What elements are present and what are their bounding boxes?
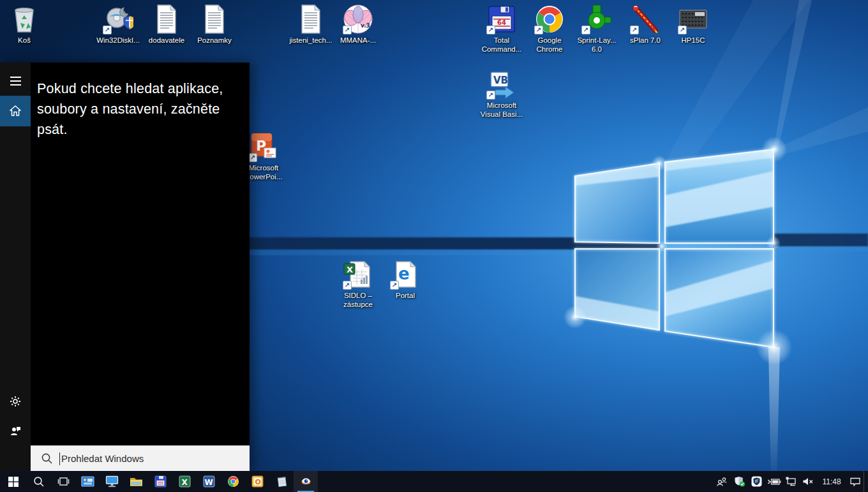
text-caret: [59, 452, 60, 465]
mmana-version-text: v.3: [361, 22, 370, 29]
desktop-icon-dodavatele[interactable]: dodavatele: [142, 4, 191, 45]
shortcut-arrow-icon: ↗: [486, 91, 495, 100]
tray-battery-icon[interactable]: [765, 471, 782, 492]
taskbar-app-this-pc[interactable]: [100, 471, 124, 492]
desktop-icon-mmana[interactable]: v.3 ↗ MMANA-...: [334, 4, 382, 45]
desktop-icon-portal[interactable]: e ↗ Portal: [381, 259, 430, 301]
taskbar-empty-area: [318, 471, 714, 492]
hamburger-icon: [10, 77, 21, 86]
task-view-button[interactable]: [51, 471, 75, 492]
show-desktop-button[interactable]: [864, 471, 868, 492]
file-explorer-icon: [130, 476, 143, 487]
tray-network-icon[interactable]: [782, 471, 800, 492]
shortcut-arrow-icon: ↗: [248, 153, 257, 162]
recycle-bin-icon: [9, 4, 40, 34]
desktop-icon-jisteni-tech[interactable]: jisteni_tech...: [287, 4, 335, 45]
menu-button[interactable]: [0, 66, 31, 96]
windows-logo-icon: [8, 477, 19, 487]
start-button[interactable]: [0, 471, 27, 492]
desktop-icon-google-chrome[interactable]: ↗ Google Chrome: [525, 4, 574, 54]
this-pc-icon: [105, 475, 119, 488]
eye-app-icon: [300, 475, 312, 488]
desktop-icon-visual-basic[interactable]: VB ↗ Microsoft Visual Basi...: [477, 69, 526, 119]
desktop-icon-label: Portal: [396, 292, 415, 301]
desktop-icon-win32diskimager[interactable]: ↗ Win32DiskI...: [94, 4, 142, 45]
settings-button[interactable]: [0, 387, 31, 416]
desktop-icon-label: Sprint-Lay... 6.0: [572, 36, 621, 54]
shortcut-arrow-icon: ↗: [103, 26, 112, 34]
svg-text:X: X: [181, 478, 188, 487]
taskbar-app-chrome[interactable]: [221, 471, 245, 492]
desktop-icon-label: MMANA-...: [340, 36, 376, 45]
tray-people-icon[interactable]: [714, 471, 731, 492]
notepad-icon: [276, 475, 288, 488]
search-panel: Pokud chcete hledat aplikace, soubory a …: [0, 63, 250, 471]
desktop: Koš ↗ Win32DiskI... dodavatele: [0, 0, 868, 492]
shortcut-arrow-icon: ↗: [678, 26, 687, 34]
desktop-icon-label: Poznamky: [197, 36, 232, 45]
desktop-icon-label: dodavatele: [149, 36, 184, 45]
taskbar-app-notepad[interactable]: [269, 471, 294, 492]
taskbar: X W O: [0, 471, 868, 492]
taskbar-app-outlook[interactable]: O: [245, 471, 269, 492]
taskbar-app-display-settings[interactable]: [75, 471, 100, 492]
desktop-icon-label: SIDLO – zástupce: [334, 292, 382, 309]
desktop-icon-label: Win32DiskI...: [96, 36, 140, 45]
desktop-icon-label: Microsoft Visual Basi...: [477, 101, 526, 119]
action-center-icon: [849, 477, 861, 487]
tray-defender-icon[interactable]: [731, 471, 748, 492]
desktop-icon-hp15c[interactable]: ↗ HP15C: [669, 4, 717, 45]
desktop-icon-label: Koš: [18, 36, 31, 45]
vb-letters-text: VB: [493, 75, 508, 86]
search-hint-text: Pokud chcete hledat aplikace, soubory a …: [37, 78, 241, 140]
shortcut-arrow-icon: ↗: [343, 281, 352, 290]
svg-text:O: O: [255, 478, 260, 486]
feedback-person-icon: [9, 424, 22, 437]
search-box[interactable]: [31, 445, 250, 471]
home-button[interactable]: [0, 96, 31, 126]
desktop-icon-total-commander[interactable]: 64 ↗ Total Command...: [477, 4, 526, 54]
desktop-icon-sidlo[interactable]: X ↗ SIDLO – zástupce: [334, 259, 382, 309]
tray-volume-muted-icon[interactable]: [800, 471, 817, 492]
taskbar-app-excel[interactable]: X: [172, 471, 197, 492]
floppy-64-text: 64: [497, 19, 506, 26]
shortcut-arrow-icon: ↗: [534, 26, 543, 34]
desktop-icon-label: jisteni_tech...: [289, 36, 332, 45]
desktop-icon-poznamky[interactable]: Poznamky: [190, 4, 239, 45]
edge-letter-text: e: [398, 264, 410, 283]
desktop-icon-label: sPlan 7.0: [630, 36, 661, 45]
outlook-icon: O: [251, 475, 264, 488]
text-document-icon: [296, 4, 326, 34]
taskbar-search-button[interactable]: [27, 471, 51, 492]
word-icon: W: [203, 475, 215, 488]
desktop-icon-sprint-layout[interactable]: ↗ Sprint-Lay... 6.0: [572, 4, 621, 54]
action-center-button[interactable]: [846, 471, 864, 492]
search-panel-body: Pokud chcete hledat aplikace, soubory a …: [31, 63, 250, 471]
shortcut-arrow-icon: ↗: [630, 26, 639, 34]
taskbar-clock[interactable]: 11:48: [817, 471, 846, 492]
taskbar-app-word[interactable]: W: [197, 471, 221, 492]
taskbar-app-file-explorer[interactable]: [124, 471, 148, 492]
display-settings-app-icon: [81, 476, 94, 488]
shortcut-arrow-icon: ↗: [581, 26, 590, 34]
chrome-icon: [227, 475, 239, 488]
taskbar-app-eye-viewer[interactable]: [294, 471, 318, 492]
excel-icon: X: [179, 475, 191, 488]
taskbar-app-total-commander[interactable]: [148, 471, 172, 492]
task-view-icon: [57, 477, 70, 486]
svg-text:W: W: [204, 478, 213, 487]
desktop-icon-recycle-bin[interactable]: Koš: [0, 4, 49, 45]
floppy-disk-icon: [154, 475, 167, 488]
shortcut-arrow-icon: ↗: [343, 26, 352, 34]
desktop-icon-label: Total Command...: [477, 36, 526, 54]
feedback-button[interactable]: [0, 416, 31, 445]
search-panel-sidebar: [0, 63, 31, 471]
search-input[interactable]: [61, 446, 250, 471]
shortcut-arrow-icon: ↗: [486, 26, 495, 34]
excel-letter-text: X: [347, 265, 353, 274]
tray-fsecure-icon[interactable]: [748, 471, 765, 492]
desktop-icon-splan[interactable]: ↗ sPlan 7.0: [621, 4, 670, 45]
text-document-icon: [151, 4, 182, 34]
desktop-icon-label: HP15C: [681, 36, 705, 45]
home-icon: [9, 105, 22, 117]
